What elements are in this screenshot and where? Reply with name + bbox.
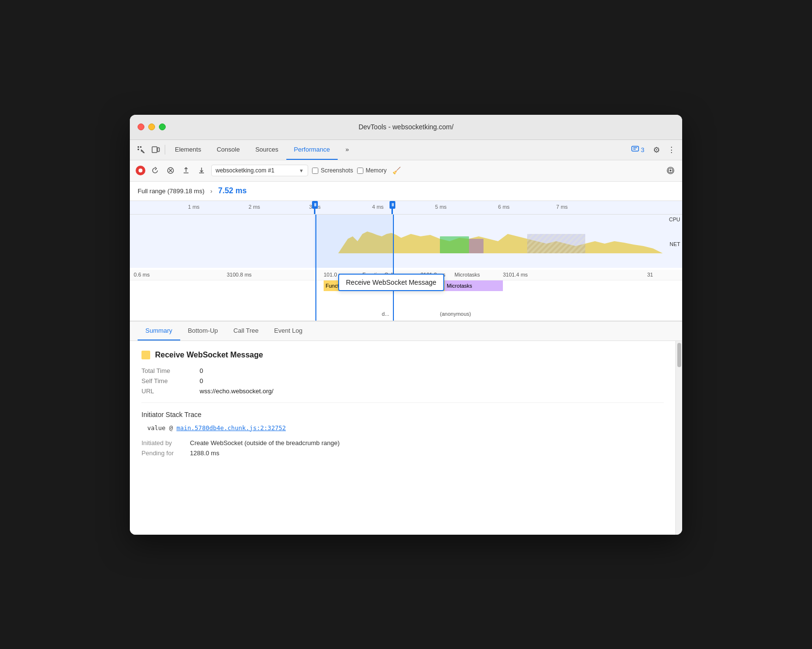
toolbar-right: 3 ⚙ ⋮	[627, 143, 678, 156]
range-arrow-icon: ›	[210, 187, 212, 195]
flame-left-line	[315, 268, 316, 321]
track-left-line	[315, 215, 316, 268]
svg-rect-4	[157, 148, 159, 152]
window-title: DevTools - websocketking.com/	[359, 123, 453, 131]
timeline-area: 1 ms 2 ms 3 ms 4 ms 5 ms 6 ms 7 ms ⏸ ⏸	[130, 201, 682, 322]
d-label: d...	[382, 311, 389, 317]
initiated-by-label: Initiated by	[141, 439, 190, 447]
cpu-label: CPU	[669, 216, 680, 222]
record-bar: websocketking.com #1 ▼ Screenshots Memor…	[130, 160, 682, 182]
cpu-chart-svg	[130, 215, 682, 268]
scrollbar-thumb[interactable]	[677, 343, 681, 367]
url-label: URL	[141, 387, 200, 395]
ruler-mark-2ms: 2 ms	[249, 204, 260, 210]
svg-rect-3	[152, 147, 157, 153]
ruler-mark-7ms: 7 ms	[556, 204, 568, 210]
tab-performance[interactable]: Performance	[286, 139, 338, 160]
memory-checkbox[interactable]	[357, 168, 363, 174]
total-time-label: Total Time	[141, 367, 200, 374]
device-icon-btn[interactable]	[148, 143, 163, 156]
reload-button[interactable]	[149, 165, 161, 176]
svg-point-8	[670, 170, 671, 171]
track-right-line	[393, 215, 394, 268]
svg-rect-10	[440, 236, 469, 253]
stack-trace-row: value @ main.5780db4e.chunk.js:2:32752	[141, 424, 664, 432]
range-bar: Full range (7899.18 ms) › 7.52 ms	[130, 182, 682, 201]
microtasks-bar[interactable]: Microtasks	[445, 280, 503, 291]
svg-marker-9	[338, 232, 663, 253]
tab-console[interactable]: Console	[209, 139, 248, 160]
self-time-row: Self Time 0	[141, 377, 664, 385]
perf-settings-btn[interactable]	[665, 165, 676, 176]
flame-right-line	[393, 268, 394, 321]
close-button[interactable]	[138, 124, 144, 130]
stack-trace-link[interactable]: main.5780db4e.chunk.js:2:32752	[176, 424, 286, 432]
screenshots-checkbox[interactable]	[312, 168, 318, 174]
minimize-button[interactable]	[148, 124, 155, 130]
tab-event-log[interactable]: Event Log	[266, 322, 311, 340]
tab-summary[interactable]: Summary	[138, 322, 180, 340]
url-selector[interactable]: websocketking.com #1 ▼	[211, 165, 308, 176]
tab-sources[interactable]: Sources	[248, 139, 286, 160]
pending-for-row: Pending for 1288.0 ms	[141, 449, 664, 457]
svg-rect-12	[527, 234, 585, 253]
nav-tabs: Elements Console Sources Performance »	[167, 139, 627, 160]
selected-range: 7.52 ms	[218, 186, 247, 195]
nav-toolbar: Elements Console Sources Performance » 3…	[130, 140, 682, 160]
svg-rect-11	[469, 239, 484, 253]
initiated-rows: Initiated by Create WebSocket (outside o…	[141, 439, 664, 457]
timeline-ruler: 1 ms 2 ms 3 ms 4 ms 5 ms 6 ms 7 ms ⏸ ⏸	[130, 201, 682, 215]
broom-button[interactable]: 🧹	[390, 165, 402, 176]
memory-checkbox-label[interactable]: Memory	[357, 167, 387, 174]
event-color-indicator	[141, 351, 150, 359]
self-time-label: Self Time	[141, 377, 200, 385]
feedback-count: 3	[641, 146, 644, 154]
url-value: wss://echo.websocket.org/	[200, 387, 664, 395]
download-button[interactable]	[196, 165, 207, 176]
initiated-by-value: Create WebSocket (outside of the breadcr…	[190, 439, 664, 447]
svg-rect-5	[632, 146, 639, 151]
traffic-lights	[138, 124, 166, 130]
left-handle[interactable]: ⏸	[314, 201, 315, 215]
tab-bottom-up[interactable]: Bottom-Up	[180, 322, 226, 340]
toolbar-separator	[165, 145, 165, 155]
maximize-button[interactable]	[159, 124, 166, 130]
feedback-badge-btn[interactable]: 3	[627, 144, 648, 155]
summary-container: Receive WebSocket Message Total Time 0 S…	[130, 341, 682, 535]
tab-call-tree[interactable]: Call Tree	[226, 322, 266, 340]
more-menu-btn[interactable]: ⋮	[665, 143, 678, 156]
self-time-value: 0	[200, 377, 664, 385]
ruler-mark-4ms: 4 ms	[372, 204, 384, 210]
svg-rect-2	[138, 149, 139, 150]
flame-chart: 0.6 ms 3100.8 ms 101.0 ms Function Call …	[130, 268, 682, 321]
upload-button[interactable]	[180, 165, 192, 176]
svg-rect-0	[138, 146, 139, 148]
ruler-mark-5ms: 5 ms	[435, 204, 447, 210]
initiated-by-row: Initiated by Create WebSocket (outside o…	[141, 439, 664, 447]
summary-area: Receive WebSocket Message Total Time 0 S…	[130, 341, 675, 535]
record-button[interactable]	[136, 166, 145, 175]
inspect-icon-btn[interactable]	[134, 143, 148, 156]
summary-event-title: Receive WebSocket Message	[141, 351, 664, 359]
tab-elements[interactable]: Elements	[167, 139, 209, 160]
pending-for-value: 1288.0 ms	[190, 449, 664, 457]
anonymous-label: (anonymous)	[440, 311, 471, 317]
full-range-text: Full range (7899.18 ms)	[138, 187, 204, 195]
bottom-tabs: Summary Bottom-Up Call Tree Event Log	[130, 322, 682, 341]
net-label: NET	[670, 241, 680, 247]
total-time-value: 0	[200, 367, 664, 374]
total-time-row: Total Time 0	[141, 367, 664, 374]
clear-button[interactable]	[165, 165, 176, 176]
tab-more[interactable]: »	[338, 139, 357, 160]
screenshots-checkbox-label[interactable]: Screenshots	[312, 167, 353, 174]
scrollbar-track[interactable]	[675, 341, 682, 535]
svg-rect-1	[140, 146, 141, 148]
svg-point-6	[139, 169, 142, 172]
summary-divider	[141, 402, 664, 403]
initiator-title: Initiator Stack Trace	[141, 411, 664, 418]
title-bar: DevTools - websocketking.com/	[130, 115, 682, 140]
settings-btn[interactable]: ⚙	[650, 143, 663, 156]
timeline-tracks: CPU NET	[130, 215, 682, 268]
right-handle[interactable]: ⏸	[391, 201, 393, 215]
url-row: URL wss://echo.websocket.org/	[141, 387, 664, 395]
